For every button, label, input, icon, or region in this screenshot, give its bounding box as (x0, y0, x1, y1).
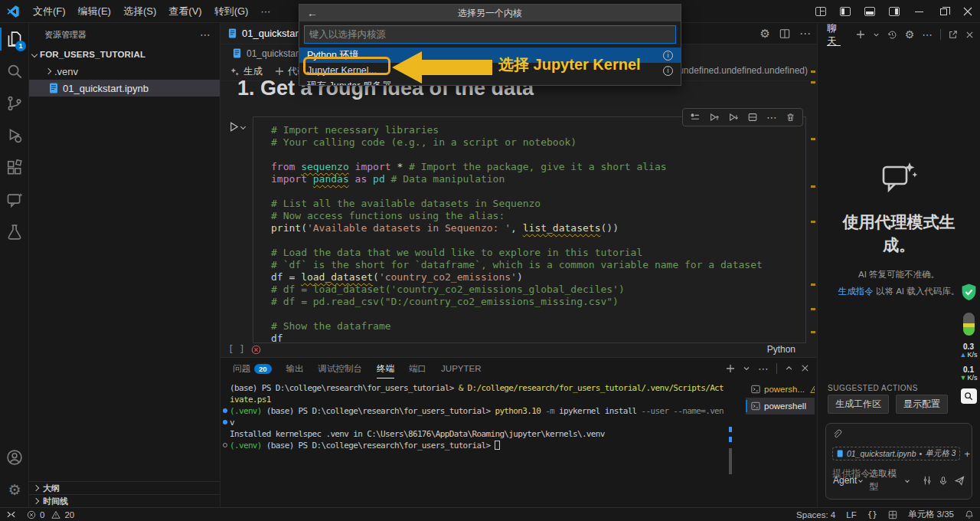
info-icon[interactable]: i (663, 66, 673, 76)
toggle-sidebar-icon[interactable] (833, 0, 858, 23)
kernel-status[interactable]: on undefined.undefined.undefined) (666, 65, 808, 76)
close-chat-icon[interactable] (965, 31, 974, 39)
menu-file[interactable]: 文件(F) (27, 2, 72, 21)
menu-more-icon[interactable]: ··· (254, 3, 276, 19)
model-picker[interactable]: 选取模型 (869, 467, 909, 493)
up-arrow-icon: ▲ (960, 351, 967, 359)
agent-mode-picker[interactable]: Agent (833, 475, 862, 486)
generate-button[interactable]: 生成 (230, 65, 263, 78)
magnifier-button[interactable] (961, 388, 977, 404)
toggle-secondary-sidebar-icon[interactable] (882, 0, 906, 23)
more-actions-icon[interactable]: ⋯ (200, 28, 211, 41)
cell-language[interactable]: Python (767, 344, 795, 355)
add-context-icon[interactable]: + (964, 448, 970, 460)
tools-icon[interactable] (923, 476, 932, 485)
menu-edit[interactable]: 编辑(E) (72, 2, 117, 21)
split-cell-icon[interactable] (747, 112, 758, 123)
bottom-panel: 问题 20 输出 调试控制台 终端 端口 JUPYTER ⋯ (base) PS… (220, 357, 817, 507)
terminal-item-powershell-1[interactable]: powersh... (746, 381, 815, 398)
tab-debug-console[interactable]: 调试控制台 (318, 358, 363, 378)
gear-icon[interactable]: ⚙ (760, 27, 770, 41)
menu-view[interactable]: 查看(V) (162, 2, 207, 21)
delete-cell-icon[interactable] (786, 112, 795, 123)
show-config-button[interactable]: 显示配置 (896, 395, 948, 414)
maximize-panel-icon[interactable] (785, 364, 793, 372)
explorer-icon[interactable]: 1 (0, 23, 29, 55)
customize-layout-icon[interactable] (808, 0, 833, 23)
shield-check-icon[interactable] (958, 283, 979, 301)
code-line (271, 234, 805, 247)
kernel-source-input[interactable] (304, 25, 676, 44)
send-icon[interactable] (955, 476, 965, 486)
menu-selection[interactable]: 选择(S) (117, 2, 162, 21)
eol-status[interactable]: LF (846, 510, 856, 519)
cell-indicator[interactable]: 单元格 3/35 (908, 509, 954, 520)
more-actions-icon[interactable]: ⋯ (766, 111, 777, 123)
layout-grid-icon[interactable] (888, 510, 897, 519)
settings-gear-icon[interactable]: ⚙ (0, 473, 29, 506)
indent-status[interactable]: Spaces: 4 (796, 510, 835, 519)
tree-item-notebook[interactable]: 01_quickstart.ipynb (29, 80, 220, 97)
menu-goto[interactable]: 转到(G) (208, 2, 255, 21)
account-icon[interactable] (0, 441, 29, 473)
tab-ports[interactable]: 端口 (409, 358, 426, 378)
close-panel-icon[interactable] (801, 364, 809, 372)
chat-icon[interactable] (0, 184, 29, 216)
info-icon[interactable]: i (663, 51, 673, 61)
tab-jupyter[interactable]: JUPYTER (441, 358, 481, 378)
run-debug-icon[interactable] (0, 120, 29, 152)
folder-root[interactable]: FOR_USERS_TUTORIAL (29, 46, 220, 63)
remote-indicator[interactable] (6, 510, 16, 519)
more-actions-icon[interactable]: ⋯ (758, 362, 769, 375)
generate-instructions-link[interactable]: 生成指令 (838, 287, 874, 296)
tab-output[interactable]: 输出 (286, 358, 304, 378)
split-editor-icon[interactable] (779, 28, 790, 39)
gear-icon[interactable]: ⚙ (905, 28, 915, 41)
testing-icon[interactable] (0, 216, 29, 248)
run-cell-button[interactable] (228, 121, 245, 133)
source-control-icon[interactable] (0, 87, 29, 120)
code-cell[interactable]: # Import necessary libraries# Your calli… (253, 116, 806, 343)
restore-icon[interactable] (931, 0, 956, 23)
minimize-icon[interactable] (906, 0, 931, 23)
paperclip-icon[interactable] (832, 429, 842, 439)
tab-label: 调试控制台 (318, 363, 363, 375)
bullet-list-icon[interactable] (690, 112, 701, 123)
more-actions-icon[interactable]: ⋯ (799, 27, 811, 41)
terminal-item-powershell-2[interactable]: powershell (746, 398, 815, 415)
capsule-icon[interactable] (963, 313, 975, 336)
tree-item-venv[interactable]: .venv (29, 63, 220, 80)
option-existing-jupyter-server[interactable]: 现有 Jupyter 服务器... (299, 78, 681, 86)
history-icon[interactable] (887, 30, 897, 40)
timeline-section[interactable]: 时间线 (29, 494, 220, 507)
search-icon[interactable] (0, 55, 29, 87)
new-chat-icon[interactable] (856, 30, 865, 39)
extensions-icon[interactable] (0, 152, 29, 184)
more-actions-icon[interactable]: ⋯ (922, 28, 933, 41)
tab-chat[interactable]: 聊天 (827, 23, 841, 46)
generate-workspace-button[interactable]: 生成工作区 (828, 395, 889, 414)
context-chip[interactable]: 01_quickstart.ipynb • 单元格 3 (832, 447, 960, 460)
voice-icon[interactable] (939, 476, 948, 486)
notifications-bell-icon[interactable] (965, 510, 974, 519)
token: as (355, 173, 368, 185)
language-mode[interactable]: {} (867, 510, 877, 519)
run-below-icon[interactable] (728, 112, 739, 123)
tab-problems[interactable]: 问题 20 (233, 358, 272, 378)
problems-status[interactable]: 0 20 (27, 510, 74, 519)
tab-terminal[interactable]: 终端 (377, 358, 394, 378)
chat-input-box[interactable]: 01_quickstart.ipynb • 单元格 3 + 提供指令。 Agen… (825, 423, 972, 500)
new-terminal-icon[interactable] (726, 364, 735, 373)
run-above-icon[interactable] (709, 112, 720, 123)
outline-section[interactable]: 大纲 (29, 481, 220, 494)
terminal-scrollbar[interactable] (729, 381, 733, 503)
terminal-output[interactable]: (base) PS D:\college\research\for_users_… (230, 382, 727, 451)
toggle-panel-icon[interactable] (858, 0, 882, 23)
terminal-dropdown-icon[interactable] (743, 365, 750, 372)
chat-dropdown-icon[interactable] (873, 31, 880, 38)
close-icon[interactable] (956, 0, 980, 23)
open-chat-editor-icon[interactable] (949, 30, 958, 39)
chat-instructions-line: 生成指令 以将 AI 载入代码库。 (818, 286, 980, 297)
token: from (271, 161, 301, 172)
back-arrow-icon[interactable]: ← (307, 5, 318, 21)
